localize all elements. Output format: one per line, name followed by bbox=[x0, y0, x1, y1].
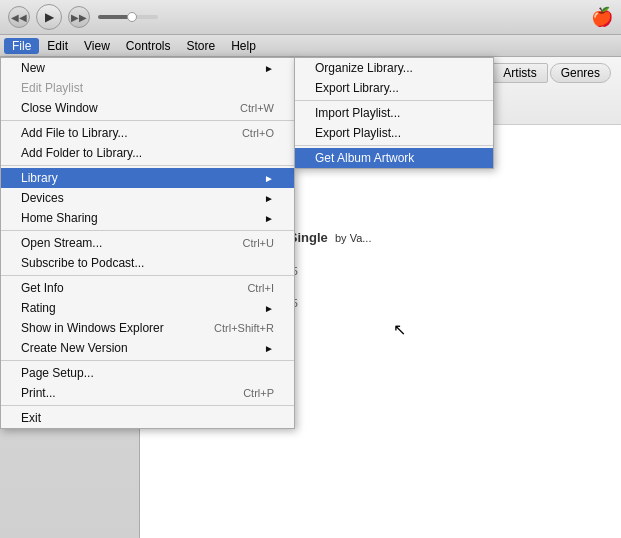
tab-genres[interactable]: Genres bbox=[550, 63, 611, 83]
menu-close-window[interactable]: Close Window Ctrl+W bbox=[1, 98, 294, 118]
title-bar: ◀◀ ▶ ▶▶ 🍎 bbox=[0, 0, 621, 35]
menu-print[interactable]: Print... Ctrl+P bbox=[1, 383, 294, 403]
prev-button[interactable]: ◀◀ bbox=[8, 6, 30, 28]
menu-rating[interactable]: Rating ► bbox=[1, 298, 294, 318]
apple-logo: 🍎 bbox=[591, 6, 613, 28]
sep-2 bbox=[1, 165, 294, 166]
menu-help[interactable]: Help bbox=[223, 38, 264, 54]
menu-file[interactable]: File bbox=[4, 38, 39, 54]
menu-export-library[interactable]: Export Library... bbox=[295, 78, 493, 98]
menu-controls[interactable]: Controls bbox=[118, 38, 179, 54]
menu-edit-playlist[interactable]: Edit Playlist bbox=[1, 78, 294, 98]
sep-6 bbox=[1, 405, 294, 406]
menu-get-album-artwork[interactable]: Get Album Artwork bbox=[295, 148, 493, 168]
menu-open-stream[interactable]: Open Stream... Ctrl+U bbox=[1, 233, 294, 253]
menu-import-playlist[interactable]: Import Playlist... bbox=[295, 103, 493, 123]
menu-export-playlist[interactable]: Export Playlist... bbox=[295, 123, 493, 143]
menu-home-sharing[interactable]: Home Sharing ► bbox=[1, 208, 294, 228]
arrow-devices: ► bbox=[264, 193, 274, 204]
next-button[interactable]: ▶▶ bbox=[68, 6, 90, 28]
menu-page-setup[interactable]: Page Setup... bbox=[1, 363, 294, 383]
menu-get-info[interactable]: Get Info Ctrl+I bbox=[1, 278, 294, 298]
arrow-version: ► bbox=[264, 343, 274, 354]
play-button[interactable]: ▶ bbox=[36, 4, 62, 30]
menu-library[interactable]: Library ► bbox=[1, 168, 294, 188]
volume-knob[interactable] bbox=[127, 12, 137, 22]
arrow-home-sharing: ► bbox=[264, 213, 274, 224]
menu-organize-library[interactable]: Organize Library... bbox=[295, 58, 493, 78]
title-bar-controls: ◀◀ ▶ ▶▶ bbox=[8, 4, 90, 30]
lib-sep-1 bbox=[295, 100, 493, 101]
sep-5 bbox=[1, 360, 294, 361]
tab-artists[interactable]: Artists bbox=[492, 63, 547, 83]
arrow-rating: ► bbox=[264, 303, 274, 314]
sep-3 bbox=[1, 230, 294, 231]
menu-add-folder[interactable]: Add Folder to Library... bbox=[1, 143, 294, 163]
menu-bar: File Edit View Controls Store Help bbox=[0, 35, 621, 57]
sep-1 bbox=[1, 120, 294, 121]
arrow-new: ► bbox=[264, 63, 274, 74]
menu-subscribe-podcast[interactable]: Subscribe to Podcast... bbox=[1, 253, 294, 273]
menu-new[interactable]: New ► bbox=[1, 58, 294, 78]
lib-sep-2 bbox=[295, 145, 493, 146]
menu-create-version[interactable]: Create New Version ► bbox=[1, 338, 294, 358]
menu-view[interactable]: View bbox=[76, 38, 118, 54]
menu-edit[interactable]: Edit bbox=[39, 38, 76, 54]
menu-show-explorer[interactable]: Show in Windows Explorer Ctrl+Shift+R bbox=[1, 318, 294, 338]
menu-devices[interactable]: Devices ► bbox=[1, 188, 294, 208]
file-dropdown: New ► Edit Playlist Close Window Ctrl+W … bbox=[0, 57, 295, 429]
arrow-library: ► bbox=[264, 173, 274, 184]
library-submenu: Organize Library... Export Library... Im… bbox=[294, 57, 494, 169]
sep-4 bbox=[1, 275, 294, 276]
volume-slider[interactable] bbox=[98, 15, 158, 19]
menu-add-file[interactable]: Add File to Library... Ctrl+O bbox=[1, 123, 294, 143]
menu-exit[interactable]: Exit bbox=[1, 408, 294, 428]
menu-store[interactable]: Store bbox=[179, 38, 224, 54]
